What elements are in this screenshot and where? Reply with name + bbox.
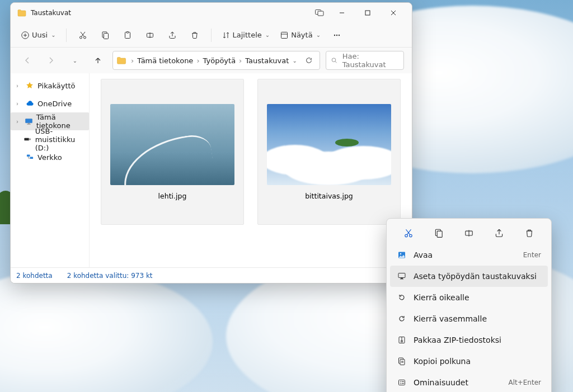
chevron-down-icon: ⌄ (51, 32, 55, 38)
svg-line-35 (407, 229, 411, 235)
history-dropdown[interactable]: ⌄ (65, 51, 83, 69)
file-preview (267, 104, 391, 185)
cut-button[interactable] (73, 26, 92, 45)
svg-rect-28 (27, 124, 31, 124)
ellipsis-icon (332, 31, 341, 40)
sidebar: › Pikakäyttö › OneDrive › Tämä tietokone… (11, 73, 90, 267)
ctx-rename-button[interactable] (458, 224, 480, 242)
rename-button[interactable] (140, 26, 159, 45)
ctx-set-wallpaper[interactable]: Aseta työpöydän taustakuvaksi (390, 266, 548, 287)
svg-rect-44 (401, 278, 403, 278)
search-icon (331, 56, 338, 64)
image-icon (397, 251, 407, 259)
file-name: bittitaivas.jpg (305, 192, 353, 200)
breadcrumb-item[interactable]: Tämä tietokone (135, 56, 195, 65)
toolbar: Uusi ⌄ Lajittele ⌄ Näytä ⌄ (11, 23, 412, 48)
folder-icon (17, 9, 26, 17)
copy-button[interactable] (96, 26, 115, 45)
ctx-rotate-left[interactable]: Kierrä vasemmalle (390, 308, 548, 329)
more-button[interactable] (327, 26, 346, 45)
svg-line-36 (406, 229, 410, 235)
close-button[interactable] (381, 3, 406, 23)
file-thumbnail[interactable]: bittitaivas.jpg (257, 79, 401, 225)
properties-icon (397, 378, 407, 387)
svg-rect-26 (25, 119, 32, 122)
svg-rect-43 (398, 273, 405, 278)
chevron-right-icon: › (16, 83, 22, 89)
svg-line-11 (81, 32, 85, 37)
search-box[interactable]: Hae: Taustakuvat (326, 51, 404, 70)
up-button[interactable] (89, 51, 107, 69)
svg-rect-32 (30, 157, 33, 159)
context-icon-row (390, 222, 548, 244)
sidebar-item-onedrive[interactable]: › OneDrive (11, 95, 89, 112)
tabs-button[interactable] (310, 3, 329, 23)
svg-rect-14 (104, 33, 108, 39)
svg-rect-1 (318, 11, 323, 16)
ctx-compress-zip[interactable]: Pakkaa ZIP-tiedostoksi (390, 329, 548, 351)
status-bar: 2 kohdetta 2 kohdetta valittu: 973 kt (11, 267, 412, 283)
ctx-properties[interactable]: Ominaisuudet Alt+Enter (390, 372, 548, 392)
address-bar[interactable]: › Tämä tietokone › Työpöytä › Taustakuva… (112, 51, 320, 70)
svg-rect-38 (437, 231, 442, 237)
ctx-share-button[interactable] (489, 224, 510, 242)
ctx-open[interactable]: Avaa Enter (390, 244, 548, 266)
view-icon (280, 31, 289, 40)
svg-rect-3 (365, 11, 370, 15)
ctx-copy-path[interactable]: Kopioi polkuna (390, 351, 548, 372)
plus-circle-icon (21, 31, 30, 40)
file-explorer-window: Taustakuvat Uusi ⌄ (10, 2, 412, 284)
delete-button[interactable] (185, 26, 204, 45)
svg-rect-29 (24, 138, 29, 141)
sidebar-item-label: Verkko (37, 153, 62, 162)
sidebar-item-quickaccess[interactable]: › Pikakäyttö (11, 77, 89, 95)
sidebar-item-label: Pikakäyttö (37, 82, 76, 90)
ctx-rotate-right[interactable]: Kierrä oikealle (390, 287, 548, 308)
maximize-button[interactable] (355, 3, 381, 23)
svg-rect-45 (400, 278, 403, 279)
back-button[interactable] (18, 51, 36, 69)
address-row: ⌄ › Tämä tietokone › Työpöytä › Taustaku… (11, 48, 412, 73)
file-preview (110, 104, 234, 185)
breadcrumb-item[interactable]: Taustakuvat (243, 56, 291, 65)
share-button[interactable] (163, 26, 182, 45)
file-grid[interactable]: lehti.jpg bittitaivas.jpg (90, 73, 412, 267)
desktop-icon (397, 272, 407, 281)
svg-point-23 (339, 34, 340, 35)
svg-rect-48 (401, 341, 402, 342)
titlebar[interactable]: Taustakuvat (11, 3, 412, 23)
chevron-down-icon[interactable]: ⌄ (293, 58, 297, 64)
view-button[interactable]: Näytä ⌄ (276, 26, 324, 45)
breadcrumb-item[interactable]: Työpöytä (201, 56, 238, 65)
ctx-cut-button[interactable] (398, 224, 419, 242)
ctx-delete-button[interactable] (519, 224, 540, 242)
search-placeholder: Hae: Taustakuvat (342, 52, 399, 69)
sort-button[interactable]: Lajittele ⌄ (218, 26, 274, 45)
forward-button[interactable] (42, 51, 60, 69)
svg-point-22 (336, 34, 337, 35)
window-title: Taustakuvat (31, 9, 71, 17)
sidebar-item-usb[interactable]: USB-muistitikku (D:) (11, 130, 89, 148)
copy-path-icon (397, 357, 407, 366)
svg-line-12 (81, 32, 84, 37)
minimize-button[interactable] (329, 3, 355, 23)
svg-point-42 (400, 253, 401, 254)
chevron-right-icon: › (16, 119, 21, 125)
status-selection: 2 kohdetta valittu: 973 kt (67, 272, 153, 280)
status-count: 2 kohdetta (16, 272, 53, 280)
svg-point-21 (334, 34, 335, 35)
ctx-copy-button[interactable] (428, 224, 449, 242)
new-button[interactable]: Uusi ⌄ (17, 26, 59, 45)
paste-button[interactable] (118, 26, 137, 45)
refresh-button[interactable] (305, 56, 313, 64)
monitor-icon (25, 118, 33, 125)
rotate-left-icon (397, 314, 407, 323)
file-thumbnail[interactable]: lehti.jpg (101, 79, 244, 225)
network-icon (25, 154, 34, 161)
usb-icon (24, 136, 32, 142)
cloud-icon (25, 100, 34, 107)
sort-icon (222, 31, 231, 40)
star-icon (25, 82, 34, 89)
svg-point-56 (400, 383, 401, 384)
svg-line-25 (335, 62, 337, 63)
